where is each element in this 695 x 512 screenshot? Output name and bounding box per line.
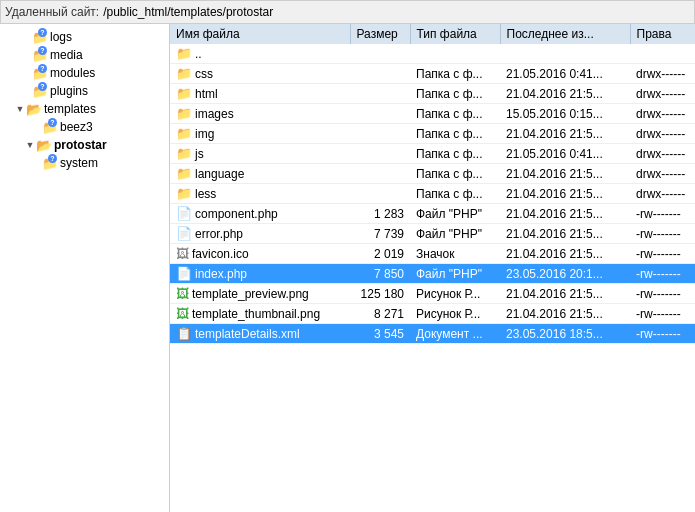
col-header-2[interactable]: Тип файла <box>410 24 500 44</box>
tree-panel[interactable]: 📁?logs📁?media📁?modules📁?plugins▼📂templat… <box>0 24 170 512</box>
file-size-cell: 125 180 <box>350 284 410 304</box>
file-name-cell: 📁less <box>170 184 350 204</box>
col-header-3[interactable]: Последнее из... <box>500 24 630 44</box>
table-row[interactable]: 📁htmlПапка с ф...21.04.2016 21:5...drwx-… <box>170 84 695 104</box>
file-perms-cell: -rw------- <box>630 324 695 344</box>
table-row[interactable]: 🖼template_preview.png125 180Рисунок Р...… <box>170 284 695 304</box>
file-date-cell: 21.04.2016 21:5... <box>500 244 630 264</box>
file-size-cell: 7 739 <box>350 224 410 244</box>
file-date-cell: 21.04.2016 21:5... <box>500 284 630 304</box>
file-size-cell <box>350 64 410 84</box>
col-header-0[interactable]: Имя файла <box>170 24 350 44</box>
table-row[interactable]: 📄error.php7 739Файл "PHP"21.04.2016 21:5… <box>170 224 695 244</box>
file-name-label: less <box>195 187 216 201</box>
tree-item-plugins[interactable]: 📁?plugins <box>0 82 169 100</box>
file-date-cell: 21.05.2016 0:41... <box>500 64 630 84</box>
file-type-cell: Файл "PHP" <box>410 204 500 224</box>
file-name-label: template_preview.png <box>192 287 309 301</box>
file-date-cell: 23.05.2016 18:5... <box>500 324 630 344</box>
file-perms-cell: -rw------- <box>630 224 695 244</box>
file-name-cell: 📄index.php <box>170 264 350 284</box>
expand-icon: ▼ <box>14 103 26 115</box>
main-container: 📁?logs📁?media📁?modules📁?plugins▼📂templat… <box>0 24 695 512</box>
file-size-cell <box>350 84 410 104</box>
table-row[interactable]: 📄component.php1 283Файл "PHP"21.04.2016 … <box>170 204 695 224</box>
file-name-label: templateDetails.xml <box>195 327 300 341</box>
file-table: Имя файлаРазмерТип файлаПоследнее из...П… <box>170 24 695 344</box>
table-row[interactable]: 📁cssПапка с ф...21.05.2016 0:41...drwx--… <box>170 64 695 84</box>
file-type-cell: Папка с ф... <box>410 164 500 184</box>
file-type-cell: Папка с ф... <box>410 84 500 104</box>
tree-label-modules: modules <box>50 66 95 80</box>
tree-label-system: system <box>60 156 98 170</box>
file-date-cell: 21.04.2016 21:5... <box>500 84 630 104</box>
table-row[interactable]: 📋templateDetails.xml3 545Документ ...23.… <box>170 324 695 344</box>
table-row[interactable]: 📁imagesПапка с ф...15.05.2016 0:15...drw… <box>170 104 695 124</box>
file-name-cell: 📋templateDetails.xml <box>170 324 350 344</box>
file-perms-cell: drwx------ <box>630 164 695 184</box>
tree-item-beez3[interactable]: 📁?beez3 <box>0 118 169 136</box>
file-name-cell: 📁js <box>170 144 350 164</box>
file-type-cell: Папка с ф... <box>410 144 500 164</box>
file-size-cell <box>350 164 410 184</box>
file-name-cell: 📁.. <box>170 44 350 64</box>
folder-icon: 📁? <box>42 119 58 135</box>
file-name-cell: 🖼favicon.ico <box>170 244 350 264</box>
file-perms-cell <box>630 44 695 64</box>
tree-label-media: media <box>50 48 83 62</box>
folder-icon: 📁? <box>32 65 48 81</box>
file-perms-cell: drwx------ <box>630 124 695 144</box>
file-size-cell <box>350 104 410 124</box>
file-name-cell: 📁css <box>170 64 350 84</box>
folder-icon: 📁? <box>42 155 58 171</box>
table-row[interactable]: 📁lessПапка с ф...21.04.2016 21:5...drwx-… <box>170 184 695 204</box>
file-panel[interactable]: Имя файлаРазмерТип файлаПоследнее из...П… <box>170 24 695 512</box>
table-row[interactable]: 📁.. <box>170 44 695 64</box>
file-perms-cell: -rw------- <box>630 204 695 224</box>
file-perms-cell: drwx------ <box>630 104 695 124</box>
file-name-label: favicon.ico <box>192 247 249 261</box>
file-perms-cell: -rw------- <box>630 264 695 284</box>
file-name-cell: 📄error.php <box>170 224 350 244</box>
table-row[interactable]: 🖼template_thumbnail.png8 271Рисунок Р...… <box>170 304 695 324</box>
file-size-cell: 1 283 <box>350 204 410 224</box>
table-row[interactable]: 📁jsПапка с ф...21.05.2016 0:41...drwx---… <box>170 144 695 164</box>
file-name-label: index.php <box>195 267 247 281</box>
file-name-label: error.php <box>195 227 243 241</box>
file-name-cell: 📁language <box>170 164 350 184</box>
tree-item-modules[interactable]: 📁?modules <box>0 64 169 82</box>
folder-open-icon: 📂 <box>36 137 52 153</box>
file-type-cell <box>410 44 500 64</box>
file-name-label: .. <box>195 47 202 61</box>
table-row[interactable]: 📁imgПапка с ф...21.04.2016 21:5...drwx--… <box>170 124 695 144</box>
tree-item-logs[interactable]: 📁?logs <box>0 28 169 46</box>
file-name-label: css <box>195 67 213 81</box>
tree-item-media[interactable]: 📁?media <box>0 46 169 64</box>
file-type-cell: Папка с ф... <box>410 64 500 84</box>
file-name-label: language <box>195 167 244 181</box>
col-header-1[interactable]: Размер <box>350 24 410 44</box>
tree-item-templates[interactable]: ▼📂templates <box>0 100 169 118</box>
file-date-cell: 21.05.2016 0:41... <box>500 144 630 164</box>
tree-item-system[interactable]: 📁?system <box>0 154 169 172</box>
table-row[interactable]: 📁languageПапка с ф...21.04.2016 21:5...d… <box>170 164 695 184</box>
table-row[interactable]: 🖼favicon.ico2 019Значок21.04.2016 21:5..… <box>170 244 695 264</box>
file-name-label: template_thumbnail.png <box>192 307 320 321</box>
file-type-cell: Папка с ф... <box>410 104 500 124</box>
file-perms-cell: drwx------ <box>630 64 695 84</box>
file-type-cell: Документ ... <box>410 324 500 344</box>
tree-label-protostar: protostar <box>54 138 107 152</box>
file-size-cell: 7 850 <box>350 264 410 284</box>
file-size-cell: 8 271 <box>350 304 410 324</box>
table-row[interactable]: 📄index.php7 850Файл "PHP"23.05.2016 20:1… <box>170 264 695 284</box>
tree-label-logs: logs <box>50 30 72 44</box>
col-header-4[interactable]: Права <box>630 24 695 44</box>
file-name-label: component.php <box>195 207 278 221</box>
tree-item-protostar[interactable]: ▼📂protostar <box>0 136 169 154</box>
file-perms-cell: drwx------ <box>630 144 695 164</box>
file-date-cell: 21.04.2016 21:5... <box>500 304 630 324</box>
tree-label-templates: templates <box>44 102 96 116</box>
file-size-cell: 3 545 <box>350 324 410 344</box>
file-name-label: html <box>195 87 218 101</box>
file-date-cell <box>500 44 630 64</box>
